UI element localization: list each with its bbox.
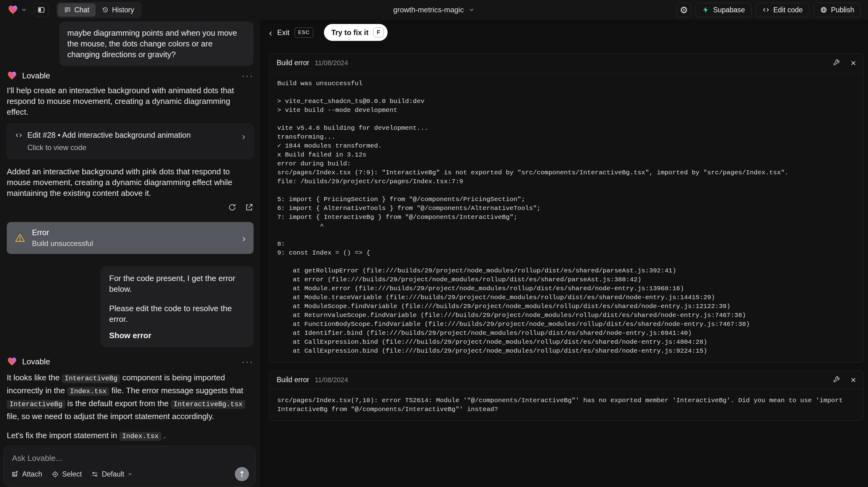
build-error-actions: ×: [832, 58, 856, 68]
user-message: maybe diagramming points and when you mo…: [59, 22, 254, 66]
tab-chat-label: Chat: [74, 6, 89, 14]
fix-panel-header: ‹ Exit ESC Try to fix it F: [269, 24, 388, 41]
exit-button[interactable]: ‹ Exit ESC: [269, 27, 313, 38]
code-icon: [15, 131, 23, 139]
settings-button[interactable]: ⚙: [677, 3, 691, 17]
select-label: Select: [62, 470, 82, 478]
chat-panel: maybe diagramming points and when you mo…: [0, 20, 260, 487]
esc-key-badge: ESC: [294, 27, 313, 38]
user-message-line: For the code present, I get the error be…: [109, 273, 245, 295]
user-message: For the code present, I get the error be…: [100, 266, 254, 347]
build-error-log[interactable]: Build was unsuccessful > vite_react_shad…: [269, 72, 863, 362]
chevron-left-icon: ‹: [269, 28, 272, 37]
assistant-summary-text: Added an interactive background with pin…: [7, 166, 254, 199]
wrench-icon: [832, 376, 840, 384]
close-button[interactable]: ×: [850, 58, 856, 68]
try-to-fix-label: Try to fix it: [331, 28, 369, 37]
attach-button[interactable]: Attach: [11, 470, 42, 478]
panel-layout-icon: [37, 6, 45, 14]
open-preview-button[interactable]: [245, 203, 254, 213]
assistant-intro-text: I'll help create an interactive backgrou…: [7, 85, 254, 117]
error-card-text: Error Build unsuccessful: [32, 228, 93, 248]
attach-label: Attach: [22, 470, 42, 478]
mode-selector[interactable]: Default: [91, 470, 133, 478]
build-error-actions: ×: [832, 375, 856, 385]
more-icon: ···: [242, 70, 254, 81]
mode-label: Default: [102, 470, 124, 478]
publish-label: Publish: [831, 6, 854, 14]
chat-input-actions: Attach Select Default: [11, 467, 249, 481]
build-error-date: 11/08/2024: [315, 59, 348, 67]
chevron-down-icon: [127, 471, 133, 477]
send-button[interactable]: ↑: [235, 467, 249, 481]
build-error-header: Build error 11/08/2024 ×: [269, 371, 863, 389]
fix-with-ai-button[interactable]: [832, 376, 840, 384]
message-actions: [7, 203, 254, 213]
supabase-button[interactable]: Supabase: [695, 3, 751, 17]
show-error-link[interactable]: Show error: [109, 331, 151, 340]
lovable-heart-icon: [7, 356, 17, 367]
chevron-right-icon: ›: [242, 233, 246, 243]
sidebar-toggle-button[interactable]: [34, 3, 49, 17]
build-error-cards: Build error 11/08/2024 × Build was uns: [269, 54, 864, 421]
fix-with-ai-button[interactable]: [832, 59, 840, 67]
warning-triangle-icon: [15, 233, 25, 243]
chevron-down-icon: [21, 7, 27, 13]
more-menu-button[interactable]: ···: [242, 356, 254, 367]
globe-icon: [820, 6, 828, 13]
wrench-icon: [832, 59, 840, 66]
edit-card-28[interactable]: Edit #28 • Add interactive background an…: [7, 124, 254, 159]
more-icon: ···: [242, 356, 254, 366]
exit-label: Exit: [277, 28, 289, 37]
more-menu-button[interactable]: ···: [242, 70, 254, 81]
close-icon: ×: [850, 375, 856, 385]
edit-card-subtitle: Click to view code: [27, 143, 242, 152]
build-error-title: Build error: [277, 376, 309, 384]
f-key-badge: F: [373, 27, 383, 37]
edit-code-button[interactable]: Edit code: [756, 3, 809, 17]
build-error-chat-card[interactable]: Error Build unsuccessful ›: [7, 222, 254, 254]
topbar-actions: ⚙ Supabase Edit code Publish: [677, 3, 861, 17]
edit-card-title: Edit #28 • Add interactive background an…: [27, 131, 191, 140]
tab-history-label: History: [112, 6, 134, 14]
chat-bubble-icon: [64, 6, 71, 13]
tab-chat[interactable]: Chat: [58, 3, 96, 17]
assistant-name: Lovable: [22, 357, 50, 366]
tab-history[interactable]: History: [96, 3, 141, 17]
lovable-logo-menu[interactable]: [7, 4, 27, 16]
chat-history-tabs: Chat History: [57, 2, 142, 18]
gear-icon: ⚙: [680, 5, 688, 16]
try-to-fix-button[interactable]: Try to fix it F: [324, 24, 388, 41]
user-message-line: Please edit the code to resolve the erro…: [109, 303, 245, 325]
target-icon: [51, 470, 59, 478]
history-icon: [102, 6, 109, 13]
chat-input[interactable]: [12, 454, 247, 468]
external-link-icon: [245, 203, 254, 212]
build-error-title: Build error: [277, 59, 309, 67]
project-name: growth-metrics-magic: [393, 5, 464, 14]
assistant-fix-text: Let's fix the import statement in Index.…: [7, 429, 254, 443]
sliders-icon: [91, 470, 99, 478]
assistant-fix-text: It looks like the InteractiveBg componen…: [7, 372, 254, 422]
error-fix-panel: ‹ Exit ESC Try to fix it F Build error 1…: [260, 20, 868, 487]
build-error-panel-2: Build error 11/08/2024 × src/pages/Ind: [269, 370, 864, 421]
error-card-subtitle: Build unsuccessful: [32, 239, 93, 248]
build-error-date: 11/08/2024: [315, 376, 348, 384]
build-error-header: Build error 11/08/2024 ×: [269, 54, 863, 72]
topbar-left: Chat History: [7, 2, 142, 18]
chat-input-box: Attach Select Default: [4, 446, 255, 486]
chevron-right-icon: ›: [242, 131, 245, 141]
close-button[interactable]: ×: [850, 375, 856, 385]
lovable-heart-icon: [7, 4, 19, 16]
error-card-title: Error: [32, 228, 93, 237]
build-error-log[interactable]: src/pages/Index.tsx(7,10): error TS2614:…: [269, 389, 863, 421]
restore-button[interactable]: [228, 203, 237, 213]
select-element-button[interactable]: Select: [51, 470, 82, 478]
project-switcher[interactable]: growth-metrics-magic: [393, 5, 474, 14]
chat-message-list[interactable]: maybe diagramming points and when you mo…: [0, 20, 260, 446]
publish-button[interactable]: Publish: [814, 3, 861, 17]
close-icon: ×: [850, 58, 856, 68]
supabase-label: Supabase: [713, 6, 745, 14]
edit-card-body: Edit #28 • Add interactive background an…: [15, 131, 242, 152]
lovable-heart-icon: [7, 70, 17, 81]
